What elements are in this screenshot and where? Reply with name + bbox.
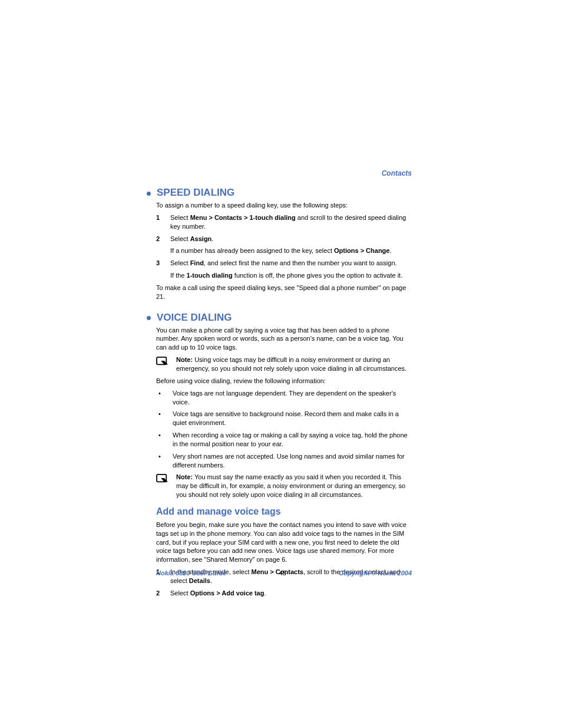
- step-body: Select Options > Add voice tag.: [170, 589, 412, 598]
- heading-text: SPEED DIALING: [157, 187, 234, 199]
- heading-speed-dialing: SPEED DIALING: [147, 187, 412, 199]
- step-1: 1 Select Menu > Contacts > 1-touch diali…: [156, 213, 412, 231]
- list-text: When recording a voice tag or making a c…: [173, 431, 412, 449]
- step-sub: If the 1-touch dialing function is off, …: [170, 271, 412, 280]
- step-body: Select Assign. If a number has already b…: [170, 235, 412, 256]
- bullet-icon: •: [158, 431, 164, 449]
- step-number: 2: [156, 235, 162, 256]
- note-text: Note: Using voice tags may be difficult …: [176, 355, 412, 373]
- list-text: Very short names are not accepted. Use l…: [173, 452, 412, 470]
- list-item: • Voice tags are sensitive to background…: [158, 410, 412, 427]
- note-block: Note: Using voice tags may be difficult …: [156, 355, 412, 373]
- step-sub: If a number has already been assigned to…: [170, 246, 412, 255]
- note-icon: [156, 473, 170, 499]
- bullet-icon: •: [158, 410, 164, 427]
- bullet-icon: [147, 192, 151, 196]
- note-text: Note: You must say the name exactly as y…: [176, 473, 412, 499]
- list-item: • Very short names are not accepted. Use…: [158, 452, 412, 470]
- bullet-icon: [147, 316, 151, 320]
- note-icon: [156, 355, 170, 373]
- page-footer: Nokia 6820 User Guide 45 Copyright © Nok…: [156, 569, 412, 577]
- page-content: SPEED DIALING To assign a number to a sp…: [156, 169, 412, 601]
- speed-intro: To assign a number to a speed dialing ke…: [156, 201, 412, 210]
- list-item: • Voice tags are not language dependent.…: [158, 389, 412, 407]
- page-number: 45: [279, 569, 286, 577]
- bullet-icon: •: [158, 452, 164, 470]
- voice-intro: You can make a phone call by saying a vo…: [156, 326, 412, 353]
- heading-voice-dialing: VOICE DIALING: [147, 312, 412, 324]
- step-body: Select Find, and select first the name a…: [170, 259, 412, 280]
- footer-right: Copyright © Nokia 2004: [339, 569, 412, 577]
- heading-manage-tags: Add and manage voice tags: [156, 506, 412, 517]
- heading-text: VOICE DIALING: [157, 312, 232, 324]
- step-number: 1: [156, 213, 162, 231]
- list-text: Voice tags are sensitive to background n…: [173, 410, 412, 427]
- step-number: 2: [156, 589, 162, 598]
- footer-left: Nokia 6820 User Guide: [156, 569, 226, 577]
- voice-before: Before using voice dialing, review the f…: [156, 377, 412, 386]
- step-body: Select Menu > Contacts > 1-touch dialing…: [170, 213, 412, 231]
- step-3: 3 Select Find, and select first the name…: [156, 259, 412, 280]
- manage-intro: Before you begin, make sure you have the…: [156, 521, 412, 564]
- speed-outro: To make a call using the speed dialing k…: [156, 284, 412, 301]
- list-text: Voice tags are not language dependent. T…: [173, 389, 412, 407]
- step-2: 2 Select Assign. If a number has already…: [156, 235, 412, 256]
- note-block: Note: You must say the name exactly as y…: [156, 473, 412, 499]
- bullet-icon: •: [158, 389, 164, 407]
- step-2: 2 Select Options > Add voice tag.: [156, 589, 412, 598]
- list-item: • When recording a voice tag or making a…: [158, 431, 412, 449]
- step-number: 3: [156, 259, 162, 280]
